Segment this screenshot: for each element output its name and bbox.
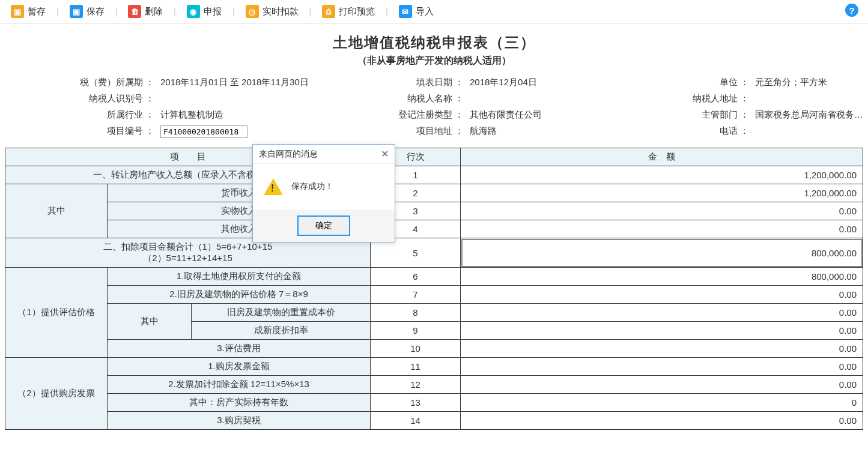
help-icon[interactable]: ?	[845, 4, 858, 17]
row-number: 14	[371, 412, 461, 430]
print-label: 打印预览	[339, 6, 375, 17]
amount-cell[interactable]: 0.00	[461, 286, 863, 304]
temp-save-icon: ▣	[11, 5, 24, 18]
toolbar-separator: |	[386, 7, 388, 16]
row-number: 8	[371, 304, 461, 322]
amount-cell[interactable]: 0	[461, 394, 863, 412]
amount-cell[interactable]: 0.00	[461, 304, 863, 322]
project-no-label: 项目编号 ：	[5, 125, 158, 138]
delete-label: 删除	[145, 6, 163, 17]
reg-type-value: 其他有限责任公司	[467, 109, 666, 121]
toolbar-separator: |	[56, 7, 59, 16]
row-number: 6	[371, 268, 461, 286]
taxpayer-addr-label: 纳税人地址 ：	[666, 93, 753, 104]
temp-save-button[interactable]: ▣暂存	[6, 2, 50, 20]
project-addr-value: 航海路	[467, 125, 666, 138]
project-addr-label: 项目地址 ：	[380, 125, 467, 138]
amount-cell[interactable]: 0.00	[461, 202, 863, 220]
taxpayer-id-value	[158, 93, 380, 104]
item-label: 旧房及建筑物的重置成本价	[192, 304, 371, 322]
project-no-input[interactable]	[160, 125, 247, 138]
item-label: 3.购房契税	[108, 412, 371, 430]
phone-label: 电话 ：	[666, 125, 753, 138]
industry-label: 所属行业 ：	[5, 109, 158, 121]
tax-period-label: 税（费）所属期 ：	[5, 77, 158, 88]
save-success-dialog: 来自网页的消息 ✕ 保存成功！ 确定	[252, 144, 395, 243]
qizhong-label: 其中	[5, 184, 108, 238]
amount-cell[interactable]: 0.00	[461, 412, 863, 430]
section2-line2: （2）5=11+12+14+15	[10, 253, 365, 264]
realtime-deduct-button[interactable]: ◷实时扣款	[241, 2, 303, 20]
item-label: 2.旧房及建筑物的评估价格 7＝8×9	[108, 286, 371, 304]
unit-label: 单位 ：	[666, 77, 753, 88]
row-number: 9	[371, 322, 461, 340]
declare-label: 申报	[204, 6, 222, 17]
save-label: 保存	[86, 6, 105, 17]
row-number: 10	[371, 340, 461, 358]
taxpayer-addr-value	[753, 93, 863, 104]
page-title: 土地增值税纳税申报表（三）	[5, 33, 863, 52]
group2-label: （2）提供购房发票	[5, 358, 108, 430]
section2-line1: 二、扣除项目金额合计（1）5=6+7+10+15	[10, 241, 365, 253]
amount-cell[interactable]: 0.00	[461, 220, 863, 238]
dialog-title: 来自网页的消息	[259, 149, 318, 160]
amount-cell[interactable]: 1,200,000.00	[461, 184, 863, 202]
header-info: 税（费）所属期 ： 2018年11月01日 至 2018年11月30日 填表日期…	[5, 77, 863, 138]
item-label: 成新度折扣率	[192, 322, 371, 340]
row-number: 11	[371, 358, 461, 376]
save-button[interactable]: ▣保存	[65, 2, 109, 20]
delete-icon: 🗑	[128, 5, 141, 18]
print-preview-button[interactable]: ⎙打印预览	[317, 2, 380, 20]
save-icon: ▣	[70, 5, 83, 18]
temp-save-label: 暂存	[28, 6, 46, 17]
unit-value: 元至角分；平方米	[753, 77, 863, 88]
tax-period-value: 2018年11月01日 至 2018年11月30日	[158, 77, 380, 88]
amount-cell[interactable]: 800,000.00	[461, 268, 863, 286]
taxpayer-name-label: 纳税人名称 ：	[380, 93, 467, 104]
authority-value: 国家税务总局河南省税务…	[753, 109, 863, 121]
item-label: 1.购房发票金额	[108, 358, 371, 376]
item-label: 1.取得土地使用权所支付的金额	[108, 268, 371, 286]
declare-icon: ◉	[187, 5, 200, 18]
row-number: 7	[371, 286, 461, 304]
item-label: 其中：房产实际持有年数	[108, 394, 371, 412]
reg-type-label: 登记注册类型 ：	[380, 109, 467, 121]
industry-value: 计算机整机制造	[158, 109, 380, 121]
row-number: 13	[371, 394, 461, 412]
amount-cell[interactable]: 0.00	[461, 376, 863, 394]
taxpayer-id-label: 纳税人识别号 ：	[5, 93, 158, 104]
phone-value	[753, 125, 863, 138]
toolbar: ▣暂存 | ▣保存 | 🗑删除 | ◉申报 | ◷实时扣款 | ⎙打印预览 | …	[0, 0, 868, 23]
row-number: 12	[371, 376, 461, 394]
warning-icon	[264, 178, 283, 195]
taxpayer-name-value	[467, 93, 666, 104]
tax-table: 项 目 行次 金 额 一、转让房地产收入总额（应录入不含税收入） 1 1,200…	[5, 148, 863, 430]
amount-cell-active[interactable]: 800,000.00	[461, 238, 863, 268]
page-subtitle: （非从事房地产开发的纳税人适用）	[5, 55, 863, 67]
amount-cell[interactable]: 0.00	[461, 322, 863, 340]
toolbar-separator: |	[309, 7, 312, 16]
item-label: 3.评估费用	[108, 340, 371, 358]
declare-button[interactable]: ◉申报	[182, 2, 226, 20]
amount-cell[interactable]: 0.00	[461, 358, 863, 376]
group1-label: （1）提供评估价格	[5, 268, 108, 358]
qizhong-sub-label: 其中	[108, 304, 192, 340]
toolbar-separator: |	[174, 7, 176, 16]
ok-button[interactable]: 确定	[297, 215, 350, 236]
delete-button[interactable]: 🗑删除	[123, 2, 168, 20]
amount-cell[interactable]: 1,200,000.00	[461, 166, 863, 184]
item-label: 2.发票加计扣除金额 12=11×5%×13	[108, 376, 371, 394]
import-icon: ✉	[399, 5, 412, 18]
dialog-message: 保存成功！	[291, 181, 333, 192]
deduct-icon: ◷	[246, 5, 259, 18]
authority-label: 主管部门 ：	[666, 109, 753, 121]
deduct-label: 实时扣款	[263, 6, 299, 17]
toolbar-separator: |	[115, 7, 118, 16]
amount-cell[interactable]: 0.00	[461, 340, 863, 358]
close-icon[interactable]: ✕	[381, 148, 389, 160]
import-button[interactable]: ✉导入	[394, 2, 439, 20]
import-label: 导入	[416, 6, 434, 17]
col-amount-header: 金 额	[461, 148, 863, 166]
print-icon: ⎙	[322, 5, 335, 18]
fill-date-value: 2018年12月04日	[467, 77, 666, 88]
